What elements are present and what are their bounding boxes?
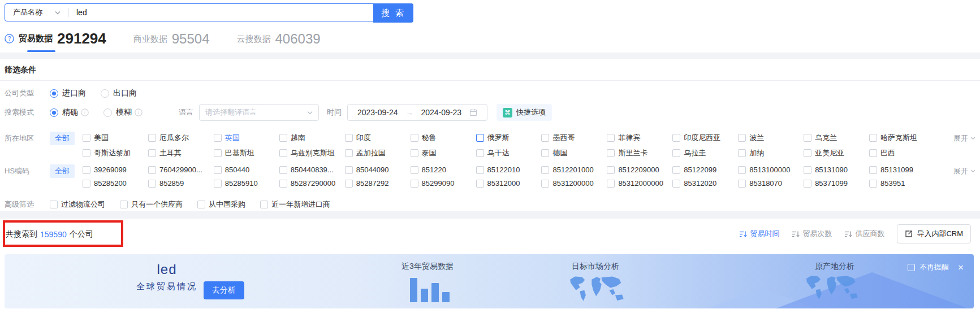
checkbox[interactable] [476, 166, 484, 174]
hs-code-checkbox-item[interactable]: 8531200000 [541, 179, 607, 188]
hs-code-checkbox-item[interactable]: 850440839... [279, 166, 345, 174]
hs-code-checkbox-item[interactable]: 85287292 [345, 179, 411, 188]
checkbox[interactable] [148, 166, 156, 174]
sort-option[interactable]: 贸易次数 [792, 229, 832, 239]
hs-code-checkbox-item[interactable]: 85299090 [411, 179, 476, 188]
quick-options-button[interactable]: ⌘ 快捷选项 [497, 104, 552, 121]
region-checkbox-item[interactable]: 哈萨克斯坦 [869, 133, 935, 143]
checkbox[interactable] [804, 180, 811, 188]
hs-code-checkbox-item[interactable]: 85131090 [804, 166, 869, 174]
region-checkbox-item[interactable]: 德国 [541, 148, 607, 158]
hs-code-checkbox-item[interactable]: 85287290000 [279, 179, 345, 188]
region-checkbox-item[interactable]: 孟加拉国 [345, 148, 411, 158]
hs-code-checkbox-item[interactable]: 85285910 [214, 179, 279, 188]
checkbox[interactable] [345, 149, 353, 157]
checkbox[interactable] [83, 166, 90, 174]
region-expand-link[interactable]: 展开 [953, 133, 975, 143]
hs-code-checkbox-item[interactable]: 85131099 [869, 166, 935, 174]
region-checkbox-item[interactable]: 美国 [83, 133, 148, 143]
hs-code-checkbox-item[interactable]: 852859 [148, 179, 214, 188]
region-checkbox-item[interactable]: 乌干达 [476, 148, 542, 158]
date-range-picker[interactable]: 2023-09-24 → 2024-09-23 [347, 104, 487, 121]
sort-option[interactable]: 供应商数 [844, 229, 884, 239]
hs-code-checkbox-item[interactable]: 85312020 [672, 179, 738, 188]
checkbox[interactable] [541, 166, 549, 174]
checkbox[interactable] [411, 134, 418, 142]
checkbox[interactable] [411, 149, 418, 157]
import-crm-button[interactable]: 导入内部CRM [897, 224, 971, 243]
hs-code-checkbox-item[interactable]: 760429900... [148, 166, 214, 174]
hs-code-all-tag[interactable]: 全部 [50, 164, 75, 178]
region-checkbox-item[interactable]: 斯里兰卡 [607, 148, 672, 158]
checkbox[interactable] [83, 149, 90, 157]
radio-icon[interactable] [50, 108, 58, 117]
checkbox[interactable] [607, 149, 615, 157]
checkbox[interactable] [476, 134, 484, 142]
date-end[interactable]: 2024-09-23 [421, 108, 462, 117]
checkbox[interactable] [738, 180, 746, 188]
region-checkbox-item[interactable]: 菲律宾 [607, 133, 672, 143]
results-count[interactable]: 159590 [40, 230, 67, 239]
hs-code-checkbox-item[interactable]: 850440 [214, 166, 279, 174]
company-type-radio[interactable]: 进口商 [50, 88, 86, 98]
info-circle-icon[interactable]: i [81, 108, 89, 116]
checkbox[interactable] [148, 180, 156, 188]
checkbox[interactable] [804, 149, 811, 157]
region-checkbox-item[interactable]: 厄瓜多尔 [148, 133, 214, 143]
checkbox[interactable] [869, 166, 877, 174]
checkbox[interactable] [738, 149, 746, 157]
checkbox[interactable] [345, 166, 353, 174]
region-checkbox-item[interactable]: 印度尼西亚 [672, 133, 738, 143]
region-checkbox-item[interactable]: 乌克兰 [804, 133, 869, 143]
region-checkbox-item[interactable]: 越南 [279, 133, 345, 143]
checkbox[interactable] [607, 134, 615, 142]
checkbox[interactable] [607, 180, 615, 188]
hs-code-checkbox-item[interactable]: 851220 [411, 166, 476, 174]
region-checkbox-item[interactable]: 乌拉圭 [672, 148, 738, 158]
search-mode-radio[interactable]: 模糊 i [103, 107, 143, 118]
region-checkbox-item[interactable]: 加纳 [738, 148, 804, 158]
hs-code-checkbox-item[interactable]: 85312000 [476, 179, 542, 188]
region-all-tag[interactable]: 全部 [50, 132, 75, 145]
checkbox[interactable] [120, 201, 128, 208]
checkbox[interactable] [869, 149, 877, 157]
hs-code-checkbox-item[interactable]: 85371099 [804, 179, 869, 188]
checkbox[interactable] [476, 149, 484, 157]
hs-code-checkbox-item[interactable]: 853951 [869, 179, 935, 188]
search-input[interactable] [69, 4, 413, 21]
checkbox[interactable] [738, 134, 746, 142]
analyze-button[interactable]: 去分析 [204, 281, 244, 299]
hs-code-expand-link[interactable]: 展开 [953, 166, 975, 176]
checkbox[interactable] [607, 166, 615, 174]
tab-trade-data[interactable]: ? 贸易数据 291294 [5, 31, 106, 52]
checkbox[interactable] [869, 180, 877, 188]
checkbox[interactable] [279, 166, 287, 174]
hs-code-checkbox-item[interactable]: 85122010 [476, 166, 542, 174]
advanced-checkbox-item[interactable]: 近一年新增进口商 [260, 199, 330, 210]
search-button[interactable]: 搜 索 [373, 3, 413, 23]
checkbox[interactable] [260, 201, 268, 208]
hs-code-checkbox-item[interactable]: 8512209000 [607, 166, 672, 174]
tab-business-data[interactable]: 商业数据 95504 [133, 32, 210, 52]
sort-option[interactable]: 贸易时间 [739, 229, 779, 239]
region-checkbox-item[interactable]: 印度 [345, 133, 411, 143]
region-checkbox-item[interactable]: 泰国 [411, 148, 476, 158]
region-checkbox-item[interactable]: 土耳其 [148, 148, 214, 158]
checkbox[interactable] [804, 166, 811, 174]
tab-cloud-search-data[interactable]: 云搜数据 406039 [237, 32, 321, 52]
checkbox[interactable] [279, 180, 287, 188]
advanced-checkbox-item[interactable]: 只有一个供应商 [120, 199, 183, 210]
checkbox[interactable] [345, 134, 353, 142]
hs-code-checkbox-item[interactable]: 8513100000 [738, 166, 804, 174]
checkbox[interactable] [672, 149, 680, 157]
checkbox[interactable] [214, 134, 222, 142]
info-circle-icon[interactable]: i [135, 108, 143, 116]
radio-icon[interactable] [50, 89, 58, 98]
hs-code-checkbox-item[interactable]: 85122099 [672, 166, 738, 174]
radio-icon[interactable] [103, 108, 112, 117]
checkbox[interactable] [411, 166, 418, 174]
region-checkbox-item[interactable]: 墨西哥 [541, 133, 607, 143]
region-checkbox-item[interactable]: 亚美尼亚 [804, 148, 869, 158]
checkbox[interactable] [672, 166, 680, 174]
checkbox[interactable] [672, 180, 680, 188]
